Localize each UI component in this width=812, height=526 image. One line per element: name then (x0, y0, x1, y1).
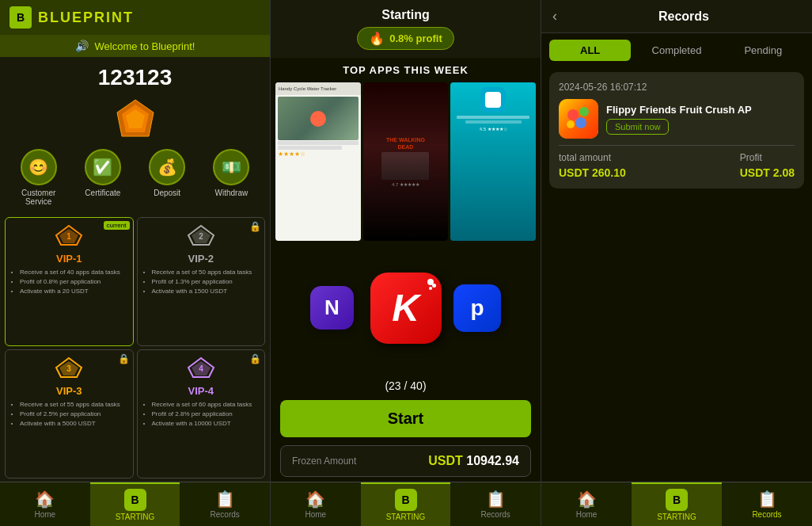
frozen-amount: USDT 10942.94 (428, 454, 519, 468)
p3-nav-starting[interactable]: B STARTING (632, 482, 722, 526)
vip3-title: VIP-3 (10, 385, 128, 397)
p3-title: Records (567, 10, 801, 24)
deposit-label: Deposit (154, 189, 180, 197)
customer-service-icon: 😊 (21, 149, 57, 185)
vip1-title: VIP-1 (10, 253, 128, 265)
p1-nav-home-label: Home (34, 510, 55, 519)
start-button[interactable]: Start (280, 400, 531, 437)
deposit-item[interactable]: 💰 Deposit (149, 149, 185, 206)
vip4-card[interactable]: 🔒 4 VIP-4 Receive a set of 60 apps data … (137, 349, 266, 478)
p1-nav-records[interactable]: 📋 Records (180, 482, 270, 526)
submit-now-button[interactable]: Submit now (606, 119, 669, 135)
diamond-emblem (0, 98, 270, 138)
p3-nav-home-label: Home (576, 510, 598, 519)
certificate-item[interactable]: ✅ Certificate (85, 149, 121, 206)
p2-nav-starting-label: STARTING (386, 513, 426, 521)
vip3-emblem: 3 (10, 356, 128, 383)
frozen-label: Frozen Amount (292, 455, 356, 467)
certificate-icon: ✅ (85, 149, 121, 185)
p3-nav-starting-label: STARTING (657, 513, 696, 521)
speaker-icon: 🔊 (75, 40, 89, 52)
vip4-title: VIP-4 (142, 385, 260, 397)
withdraw-icon: 💵 (213, 149, 249, 185)
tab-pending[interactable]: Pending (723, 40, 804, 61)
svg-point-16 (567, 109, 579, 120)
progress-display: (23 / 40) (271, 375, 541, 397)
home-icon-p2: 🏠 (305, 490, 325, 509)
fire-icon: 🔥 (369, 31, 385, 46)
panel-starting: Starting 🔥 0.8% profit TOP APPS THIS WEE… (271, 0, 541, 526)
vip2-card[interactable]: 🔒 2 VIP-2 Receive a set of 50 apps data … (137, 217, 266, 346)
p1-bottom-nav: 🏠 Home B STARTING 📋 Records (0, 482, 270, 526)
p1-nav-home[interactable]: 🏠 Home (0, 482, 90, 526)
p2-nav-records-label: Records (481, 510, 510, 519)
svg-text:3: 3 (66, 364, 71, 373)
vip1-current-badge: current (104, 221, 130, 230)
customer-service-item[interactable]: 😊 CustomerService (21, 149, 57, 206)
panel-records: ‹ Records ALL Completed Pending 2024-05-… (541, 0, 812, 526)
app-thumb-3: 4.5 ★★★★☆ (450, 82, 536, 241)
profit-text: 0.8% profit (389, 32, 442, 44)
frozen-amount-value: 10942.94 (466, 454, 519, 467)
tab-completed[interactable]: Completed (636, 40, 717, 61)
withdraw-item[interactable]: 💵 Withdraw (213, 149, 249, 206)
p3-nav-home[interactable]: 🏠 Home (541, 482, 632, 526)
p1-nav-starting-label: STARTING (116, 513, 155, 521)
svg-text:4: 4 (199, 364, 203, 373)
profit-value: USDT 2.08 (740, 166, 795, 179)
svg-point-18 (575, 117, 586, 128)
app-icon-right: p (453, 284, 501, 332)
record-divider (559, 145, 795, 146)
profit-badge: 🔥 0.8% profit (357, 27, 453, 50)
total-amount-label: total amount (559, 152, 626, 163)
app-thumb-1: Handy Cycle Water Tracker ★★★★☆ (275, 82, 361, 241)
vip4-details: Receive a set of 60 apps data tasks Prof… (142, 400, 260, 429)
starting-logo-icon: B (124, 489, 146, 511)
app-name: BLUEPRINT (38, 10, 134, 26)
record-app-name: Flippy Friends Fruit Crush AP (606, 104, 752, 116)
vip2-lock-icon: 🔒 (249, 221, 261, 232)
top-apps-title: TOP APPS THIS WEEK (271, 58, 541, 82)
panel-home: B BLUEPRINT 🔊 Welcome to Blueprint! 1231… (0, 0, 271, 526)
vip2-emblem: 2 (142, 224, 260, 251)
vip2-details: Receive a set of 50 apps data tasks Prof… (142, 268, 260, 296)
p2-title: Starting (279, 8, 533, 22)
records-icon: 📋 (215, 490, 235, 509)
p2-nav-starting[interactable]: B STARTING (361, 482, 451, 526)
balance-display: 123123 (0, 57, 270, 95)
customer-service-label: CustomerService (21, 189, 55, 206)
tab-all[interactable]: ALL (549, 40, 631, 61)
frozen-usdt-prefix: USDT (428, 454, 466, 467)
welcome-banner: 🔊 Welcome to Blueprint! (0, 35, 270, 57)
vip4-lock-icon: 🔒 (249, 353, 261, 364)
vip3-lock-icon: 🔒 (118, 353, 130, 364)
blueprint-logo-icon: B (9, 6, 32, 29)
p1-nav-records-label: Records (211, 510, 240, 519)
p2-nav-home[interactable]: 🏠 Home (271, 482, 361, 526)
vip4-emblem: 4 (142, 356, 260, 383)
p3-nav-records[interactable]: 📋 Records (722, 482, 812, 526)
progress-text: (23 / 40) (385, 379, 426, 392)
deposit-icon: 💰 (149, 149, 185, 185)
profit-col: Profit USDT 2.08 (740, 152, 795, 179)
record-date: 2024-05-26 16:07:12 (559, 82, 795, 93)
vip2-title: VIP-2 (142, 253, 260, 265)
vip-grid: current 1 VIP-1 Receive a set of 40 apps… (0, 214, 270, 482)
records-icon-p3: 📋 (757, 490, 777, 509)
vip3-card[interactable]: 🔒 3 VIP-3 Receive a set of 55 apps data … (5, 349, 134, 478)
record-app-row: Flippy Friends Fruit Crush AP Submit now (559, 99, 795, 139)
action-icons-row: 😊 CustomerService ✅ Certificate 💰 Deposi… (0, 141, 270, 214)
p1-nav-starting[interactable]: B STARTING (90, 482, 180, 526)
p1-header: B BLUEPRINT (0, 0, 270, 35)
frozen-amount-row: Frozen Amount USDT 10942.94 (280, 445, 531, 477)
p2-nav-records[interactable]: 📋 Records (450, 482, 541, 526)
svg-point-19 (567, 120, 575, 128)
record-app-icon (559, 99, 598, 139)
profit-label: Profit (740, 152, 795, 163)
svg-text:2: 2 (199, 232, 203, 241)
p3-bottom-nav: 🏠 Home B STARTING 📋 Records (541, 482, 812, 526)
back-button[interactable]: ‹ (552, 8, 557, 25)
vip1-card[interactable]: current 1 VIP-1 Receive a set of 40 apps… (5, 217, 134, 346)
total-amount-col: total amount USDT 260.10 (559, 152, 626, 179)
record-amounts: total amount USDT 260.10 Profit USDT 2.0… (559, 152, 795, 179)
